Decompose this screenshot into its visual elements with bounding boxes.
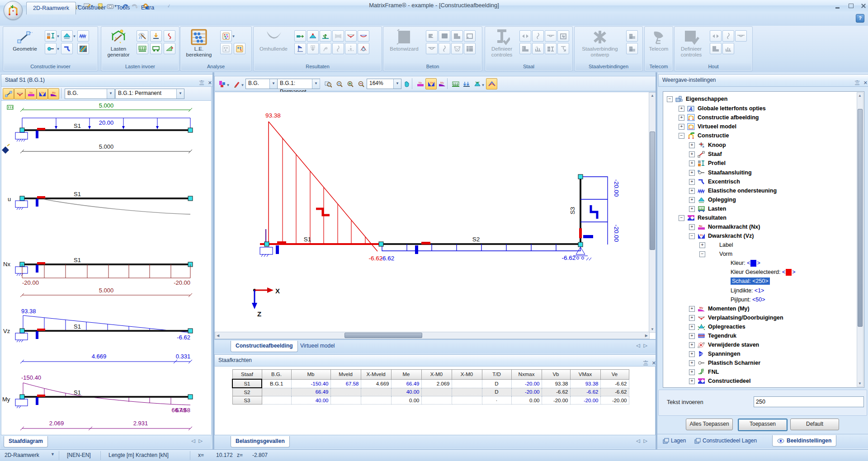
expand-icon[interactable] <box>689 197 695 203</box>
berekening-dropdown[interactable]: ▼ <box>232 32 235 41</box>
canvas-vscrollbar[interactable]: ▲ ▼ <box>649 92 656 333</box>
beton-moment-button[interactable] <box>439 43 450 54</box>
tree-item-profiel[interactable]: Profiel <box>689 159 726 168</box>
zoom-out-icon[interactable] <box>355 78 366 89</box>
tree-item-excentrisch[interactable]: Excentrisch <box>689 177 740 186</box>
definieer-controles-hout-button[interactable]: Definieer controles <box>676 28 706 58</box>
tree-item-eigenschappen[interactable]: Eigenschappen <box>667 94 727 103</box>
tree-item-tegendruk[interactable]: Tegendruk <box>689 331 736 340</box>
expand-icon[interactable] <box>689 378 695 384</box>
expand-icon[interactable] <box>699 242 705 248</box>
collapse-icon[interactable] <box>679 215 684 221</box>
knoop-button[interactable] <box>45 43 57 54</box>
verbinding-gebouw-button[interactable] <box>626 30 638 42</box>
berekening-opties-button[interactable] <box>220 30 232 42</box>
tree-item-vz-label[interactable]: Label <box>699 240 733 249</box>
tree-item-momenten[interactable]: My Momenten (My) <box>689 304 750 313</box>
staal-toets-button[interactable] <box>519 30 531 42</box>
omhullende-toggle-button[interactable] <box>486 78 497 89</box>
belastingsgeval-combo[interactable]: B.G.1: Permanent <box>115 89 184 99</box>
expand-icon[interactable] <box>679 115 684 121</box>
pan-hand-icon[interactable] <box>401 78 412 89</box>
tab-constructieafbeelding[interactable]: Constructieafbeelding <box>231 341 298 352</box>
staal-balk-button[interactable] <box>545 30 557 42</box>
herbereken-button[interactable] <box>220 43 232 54</box>
status-mode-dropdown[interactable]: ▼ <box>51 452 55 456</box>
expand-icon[interactable] <box>689 188 695 194</box>
tree-item-vz-kleur[interactable]: Kleur: <> <box>731 259 760 268</box>
axes-dropdown[interactable]: ▼ <box>481 81 485 89</box>
bg-combo[interactable]: B.G. <box>65 89 115 99</box>
tab-lagen[interactable]: Lagen <box>658 435 690 446</box>
tree-item-normaalkracht[interactable]: Nx Normaalkracht (Nx) <box>689 222 760 231</box>
scroll-up-icon[interactable]: ▲ <box>651 94 654 98</box>
minimize-button[interactable] <box>831 2 844 9</box>
knoop-dropdown[interactable]: ▼ <box>57 45 60 53</box>
zoom-extents-icon[interactable] <box>333 78 344 89</box>
tree-item-vz-lijndikte[interactable]: Lijndikte: <1> <box>731 286 764 295</box>
application-menu-button[interactable] <box>4 1 23 20</box>
expand-icon[interactable] <box>679 106 684 112</box>
construction-canvas[interactable]: 93.38 -6.62 -6.62 -6.62 -20.00 -20.00 <box>214 92 656 339</box>
expand-icon[interactable] <box>689 142 695 148</box>
tab-constructiedeel-lagen[interactable]: Constructiedeel Lagen <box>690 435 761 446</box>
expand-icon[interactable] <box>689 170 695 176</box>
le-berekening-button[interactable]: L.E. berekening <box>183 28 215 58</box>
zoom-in-icon[interactable] <box>344 78 355 89</box>
hout-balk-button[interactable] <box>735 30 747 42</box>
moment-resultaat-button[interactable] <box>320 30 331 42</box>
table-row[interactable]: S2 66.49 40.00 D-20.00 -6.62-6.62 -6.62 <box>232 388 629 396</box>
momentlast-button[interactable] <box>164 30 175 42</box>
beton-toets-button[interactable] <box>426 30 438 42</box>
hout-grafiek-button[interactable] <box>722 43 734 54</box>
tab-staafdiagram[interactable]: Staafdiagram <box>4 436 48 447</box>
normaalkracht-resultaat-button[interactable] <box>294 30 306 42</box>
tab-belastingsgevallen[interactable]: Belastingsgevallen <box>231 436 290 447</box>
expand-icon[interactable] <box>689 342 695 348</box>
tab-2d-raamwerk[interactable]: 2D-Raamwerk <box>26 2 76 14</box>
tree-item-vz-schaal[interactable]: Schaal: <250> <box>731 277 770 286</box>
expand-icon[interactable] <box>679 124 684 130</box>
show-my-button[interactable]: My <box>436 78 448 89</box>
detail-resultaat-button[interactable] <box>320 43 331 54</box>
collapse-icon[interactable] <box>667 96 673 102</box>
tabstrip-scroll-arrows[interactable]: ◁▷ <box>636 343 651 348</box>
expand-icon[interactable] <box>689 333 695 339</box>
tab-construeer[interactable]: Construeer <box>71 2 112 14</box>
alles-toepassen-button[interactable]: Alles Toepassen <box>686 419 733 430</box>
beton-tabel-button[interactable] <box>464 43 476 54</box>
maximize-button[interactable] <box>844 2 857 9</box>
puntlast-button[interactable] <box>150 30 162 42</box>
arcering-button[interactable] <box>77 43 89 54</box>
combo-arrow-icon[interactable] <box>107 89 114 99</box>
tekst-invoeren-input[interactable] <box>754 396 864 407</box>
kleur-geselecteerd-swatch[interactable] <box>786 269 792 276</box>
betonwizard-button[interactable]: Betonwizard <box>386 28 422 52</box>
scroll-down-icon[interactable]: ▼ <box>651 327 654 331</box>
spanning-resultaat-button[interactable] <box>332 30 344 42</box>
tree-item-constructie[interactable]: Constructie <box>679 131 729 140</box>
beton-doorsnede-button[interactable] <box>439 30 450 42</box>
collapse-icon[interactable] <box>689 233 695 239</box>
blok-last-button[interactable] <box>150 43 162 54</box>
tab-tools[interactable]: Tools <box>110 2 136 14</box>
geometrie-button[interactable]: Geometrie <box>8 28 42 52</box>
tree-item-lasten[interactable]: Lasten <box>689 204 726 213</box>
hscroll-thumb[interactable] <box>344 333 422 338</box>
staafdiagram-button[interactable] <box>294 43 306 54</box>
beton-balk-button[interactable] <box>426 43 438 54</box>
expand-icon[interactable] <box>689 224 695 230</box>
toggle-staaf-button[interactable] <box>3 88 14 99</box>
lasten-generator-button[interactable]: Lasten generator <box>104 28 133 58</box>
staal-koppel-button[interactable] <box>545 43 557 54</box>
scroll-down-icon[interactable]: ▼ <box>858 381 862 386</box>
rekeninstellingen-button[interactable] <box>234 43 245 54</box>
zoom-window-icon[interactable] <box>322 78 334 89</box>
toggle-verplaatsing-button[interactable] <box>14 88 25 99</box>
show-supports-button[interactable] <box>450 78 461 89</box>
zoom-level-combo[interactable]: 164% <box>367 79 401 89</box>
combo-arrow-icon[interactable] <box>269 79 277 89</box>
verbinding-gebouw2-button[interactable] <box>626 43 638 54</box>
combo-arrow-icon[interactable] <box>312 79 320 89</box>
show-vz-button[interactable]: Vz <box>425 78 437 89</box>
